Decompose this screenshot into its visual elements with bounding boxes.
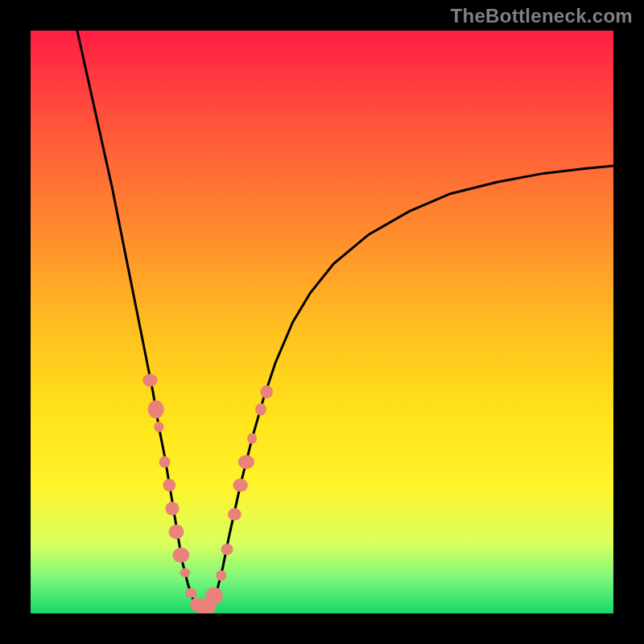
bottleneck-curve — [31, 31, 613, 613]
watermark-text: TheBottleneck.com — [451, 5, 633, 27]
curve-marker — [247, 433, 257, 444]
curve-marker — [163, 479, 176, 492]
curve-marker — [154, 422, 163, 432]
curve-marker — [159, 456, 171, 468]
curve-marker — [142, 374, 157, 387]
curve-marker — [180, 568, 191, 577]
curve-marker — [221, 543, 233, 555]
curve-marker — [233, 479, 247, 492]
curve-marker — [185, 588, 196, 598]
curve-marker — [228, 508, 242, 520]
curve-marker — [238, 455, 254, 469]
curve-marker — [148, 400, 164, 419]
curve-marker — [169, 525, 184, 539]
plot-area — [31, 31, 613, 613]
curve-marker — [216, 570, 226, 580]
chart-frame: TheBottleneck.com — [0, 0, 644, 644]
curve-marker — [205, 587, 222, 605]
curve-marker — [260, 386, 273, 398]
curve-marker — [255, 403, 266, 415]
curve-marker — [165, 502, 179, 515]
curve-marker — [172, 547, 189, 563]
